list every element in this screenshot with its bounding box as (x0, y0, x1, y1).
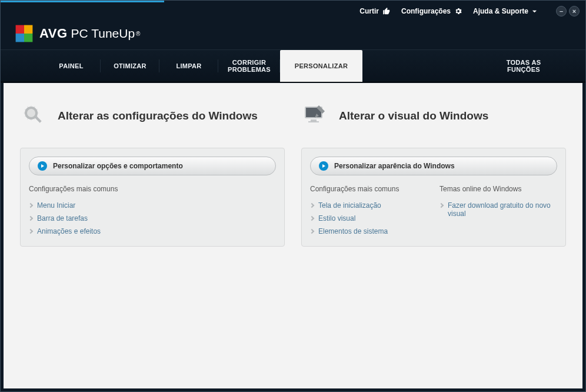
left-section-header: Alterar as configurações do Windows (20, 99, 285, 132)
play-icon (38, 161, 47, 171)
right-links2: Fazer download gratuito do novo visual (440, 199, 557, 220)
svg-rect-2 (16, 34, 24, 42)
svg-rect-0 (16, 25, 24, 34)
link-label: Estilo visual (318, 214, 355, 222)
product-name: PC TuneUp (71, 26, 135, 41)
right-cols: Configurações mais comuns Tela de inicia… (310, 185, 557, 238)
link-menu-iniciar[interactable]: Menu Iniciar (29, 199, 276, 212)
tab-label: PERSONALIZAR (295, 62, 348, 69)
chevron-right-icon (309, 229, 314, 234)
close-button[interactable]: × (569, 6, 580, 16)
left-column: Alterar as configurações do Windows Pers… (20, 99, 285, 388)
chevron-right-icon (309, 216, 314, 221)
chevron-right-icon (439, 203, 444, 208)
personalize-appearance-button[interactable]: Personalizar aparência do Windows (310, 157, 557, 175)
right-subhead2: Temas online do Windows (440, 185, 557, 193)
right-links1: Tela de inicialização Estilo visual Elem… (310, 199, 428, 238)
link-label: Tela de inicialização (318, 201, 381, 210)
avg-logo-icon (14, 23, 35, 44)
tab-label: CORRIGIR PROBLEMAS (228, 59, 271, 73)
right-title: Alterar o visual do Windows (339, 109, 488, 122)
monitor-brush-icon (301, 102, 329, 130)
link-barra-tarefas[interactable]: Barra de tarefas (29, 212, 276, 225)
chevron-right-icon (28, 216, 33, 221)
titlebar: Curtir Configurações Ajuda & Suporte – × (1, 2, 585, 18)
right-column: Alterar o visual do Windows Personalizar… (301, 99, 566, 388)
right-section-header: Alterar o visual do Windows (301, 99, 566, 132)
like-label: Curtir (359, 7, 379, 15)
settings-link[interactable]: Configurações (401, 7, 462, 15)
tab-label: OTIMIZAR (114, 62, 146, 69)
chevron-down-icon (532, 9, 537, 14)
minimize-button[interactable]: – (556, 6, 567, 16)
left-title: Alterar as configurações do Windows (58, 109, 258, 122)
link-tela-inicializacao[interactable]: Tela de inicialização (310, 199, 428, 212)
left-sub: Configurações mais comuns Menu Iniciar B… (29, 185, 276, 238)
svg-rect-7 (308, 121, 319, 122)
right-sub1: Configurações mais comuns Tela de inicia… (310, 185, 428, 238)
left-card: Personalizar opções e comportamento Conf… (20, 148, 285, 247)
top-links: Curtir Configurações Ajuda & Suporte (359, 7, 537, 15)
thumbs-up-icon (382, 7, 391, 15)
link-label: Elementos de sistema (318, 227, 388, 235)
app-window: Curtir Configurações Ajuda & Suporte – ×… (0, 0, 586, 392)
tab-label: TODAS AS FUNÇÕES (507, 59, 541, 73)
svg-rect-3 (24, 34, 32, 42)
tab-label: LIMPAR (176, 62, 201, 69)
tab-corrigir-problemas[interactable]: CORRIGIR PROBLEMAS (218, 50, 280, 82)
left-subhead: Configurações mais comuns (29, 185, 276, 193)
link-elementos-sistema[interactable]: Elementos de sistema (310, 225, 428, 238)
button-label: Personalizar opções e comportamento (53, 162, 183, 170)
main-tabs: PAINEL OTIMIZAR LIMPAR CORRIGIR PROBLEMA… (1, 49, 585, 82)
button-label: Personalizar aparência do Windows (334, 162, 455, 170)
tab-personalizar[interactable]: PERSONALIZAR (280, 50, 362, 82)
logo-row: AVG PC TuneUp ® (1, 18, 585, 49)
tab-label: PAINEL (59, 62, 83, 69)
link-download-visual[interactable]: Fazer download gratuito do novo visual (440, 199, 557, 220)
like-link[interactable]: Curtir (359, 7, 391, 15)
tab-todas-as-funcoes[interactable]: TODAS AS FUNÇÕES (485, 50, 562, 82)
link-label: Barra de tarefas (37, 214, 88, 222)
tab-otimizar[interactable]: OTIMIZAR (101, 50, 159, 82)
chevron-right-icon (309, 203, 314, 208)
help-link[interactable]: Ajuda & Suporte (473, 7, 537, 15)
link-estilo-visual[interactable]: Estilo visual (310, 212, 428, 225)
registered-mark: ® (136, 31, 140, 37)
chevron-right-icon (28, 203, 33, 208)
svg-rect-1 (24, 25, 32, 34)
play-icon (319, 161, 328, 171)
svg-rect-6 (311, 119, 317, 121)
link-label: Fazer download gratuito do novo visual (448, 201, 557, 218)
help-label: Ajuda & Suporte (473, 7, 528, 15)
gear-icon (454, 7, 462, 15)
link-label: Menu Iniciar (37, 201, 75, 210)
personalize-options-button[interactable]: Personalizar opções e comportamento (29, 157, 276, 175)
settings-label: Configurações (401, 7, 451, 15)
right-card: Personalizar aparência do Windows Config… (301, 148, 566, 247)
right-sub2: Temas online do Windows Fazer download g… (440, 185, 557, 238)
brand-name: AVG (39, 26, 68, 41)
right-subhead1: Configurações mais comuns (310, 185, 428, 193)
link-label: Animações e efeitos (37, 227, 101, 235)
tab-limpar[interactable]: LIMPAR (159, 50, 218, 82)
gear-search-icon (20, 102, 48, 130)
content-area: Alterar as configurações do Windows Pers… (4, 83, 582, 388)
chevron-right-icon (28, 229, 33, 234)
tab-painel[interactable]: PAINEL (42, 50, 101, 82)
link-animacoes[interactable]: Animações e efeitos (29, 225, 276, 238)
left-links: Menu Iniciar Barra de tarefas Animações … (29, 199, 276, 238)
